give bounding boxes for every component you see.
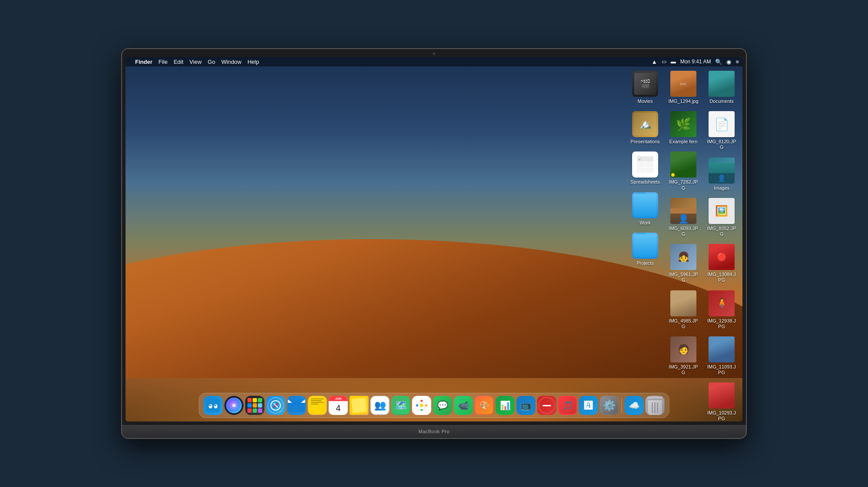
dock-photos[interactable] bbox=[412, 396, 431, 415]
dock-notes[interactable] bbox=[308, 396, 327, 415]
desktop-icon-img8120[interactable]: 👤 Images bbox=[704, 156, 739, 193]
search-icon[interactable]: 🔍 bbox=[715, 59, 722, 65]
dock-sketchbook[interactable]: 🎨 bbox=[475, 396, 494, 415]
menubar: Finder File Edit View Go Window Help ▲ ▭… bbox=[126, 57, 742, 66]
dock-icloud[interactable]: ☁️ bbox=[625, 396, 644, 415]
dock-safari[interactable] bbox=[266, 396, 285, 415]
dock-launchpad[interactable] bbox=[245, 396, 265, 415]
img6093-label: IMG_6093.JPG bbox=[668, 226, 699, 237]
svg-rect-0 bbox=[206, 398, 220, 412]
menubar-right: ▲ ▭ ▬ Mon 9:41 AM 🔍 ◉ ≡ bbox=[652, 59, 739, 65]
img3921-label: IMG_3921.JPG bbox=[668, 364, 699, 375]
desktop-icon-img9102[interactable]: Documents bbox=[704, 69, 739, 106]
img8352-label: IMG_13084.JPG bbox=[706, 272, 737, 283]
dock-facetime[interactable]: 📹 bbox=[454, 396, 473, 415]
movies-label: Movies bbox=[638, 99, 653, 104]
dock-mail[interactable] bbox=[287, 396, 306, 415]
desktop-icon-fern[interactable]: 🌿 Example fern bbox=[666, 109, 701, 146]
svg-point-4 bbox=[215, 405, 216, 406]
go-menu[interactable]: Go bbox=[208, 59, 215, 65]
finder-menu[interactable]: Finder bbox=[135, 59, 152, 65]
img5961-label: IMG_5961.JPG bbox=[668, 272, 699, 283]
desktop-icon-img8352[interactable]: 🔴 IMG_13084.JPG bbox=[704, 242, 739, 285]
user-icon[interactable]: ◉ bbox=[726, 59, 731, 65]
spreadsheets-label: Spreadsheets bbox=[630, 179, 660, 185]
desktop-icon-movies[interactable]: 🎬 Movies bbox=[628, 69, 663, 106]
icons-column-1: 🎬 Movies 🏔️ Presentations bbox=[628, 69, 663, 421]
images-label: IMG_8352.JPG bbox=[706, 226, 737, 237]
dock-calendar[interactable]: JUN 4 bbox=[329, 396, 348, 415]
desktop-icon-img3921[interactable]: 🧑 IMG_3921.JPG bbox=[666, 335, 701, 377]
documents-label: IMG_8120.JPG bbox=[706, 139, 737, 150]
screen-bezel: Finder File Edit View Go Window Help ▲ ▭… bbox=[122, 49, 746, 425]
macbook-label: MacBook Pro bbox=[418, 429, 450, 434]
img4985-label: IMG_4985.JPG bbox=[668, 318, 699, 329]
window-menu[interactable]: Window bbox=[221, 59, 241, 65]
dock-numbers[interactable]: 📊 bbox=[496, 396, 515, 415]
dock-stickies[interactable] bbox=[350, 396, 369, 415]
desktop-icon-img1294[interactable]: IMG IMG_1294.jpg bbox=[666, 69, 701, 106]
clock: Mon 9:41 AM bbox=[680, 59, 711, 65]
desktop-icon-spreadsheets[interactable]: 📊 Spreadsheets bbox=[628, 150, 663, 187]
icons-column-3: Documents 📄 IMG_8120.JPG bbox=[704, 69, 739, 421]
desktop-icon-images[interactable]: 🖼️ IMG_8352.JPG bbox=[704, 196, 739, 239]
dock-contacts[interactable]: 👥 bbox=[371, 396, 390, 415]
img13084-label: IMG_12938.JPG bbox=[706, 318, 737, 329]
img9102-label: Documents bbox=[709, 99, 734, 104]
img8120-label: Images bbox=[714, 185, 729, 191]
macbook-frame: Finder File Edit View Go Window Help ▲ ▭… bbox=[121, 48, 747, 439]
file-menu[interactable]: File bbox=[159, 59, 168, 65]
dock-finder[interactable] bbox=[204, 396, 223, 415]
desktop-icon-documents[interactable]: 📄 IMG_8120.JPG bbox=[704, 109, 739, 152]
camera bbox=[433, 53, 435, 55]
work-label: Work bbox=[639, 220, 650, 226]
dock-system-preferences[interactable]: ⚙️ bbox=[600, 396, 619, 415]
desktop-icon-projects[interactable]: Projects bbox=[628, 231, 663, 268]
wifi-icon: ▲ bbox=[652, 59, 657, 65]
help-menu[interactable]: Help bbox=[248, 59, 259, 65]
dock-appstore[interactable]: 🅰 bbox=[579, 396, 598, 415]
desktop-icon-img11093[interactable]: IMG_10293.JPG bbox=[704, 381, 739, 421]
img1294-label: IMG_1294.jpg bbox=[668, 99, 698, 104]
battery-icon: ▬ bbox=[671, 59, 676, 65]
desktop-icon-img4985[interactable]: IMG_4985.JPG bbox=[666, 289, 701, 331]
projects-label: Projects bbox=[636, 260, 654, 266]
desktop-icon-img7282[interactable]: IMG_7282.JPG bbox=[666, 150, 701, 192]
desktop-icon-img6093[interactable]: 👤 IMG_6093.JPG bbox=[666, 196, 701, 239]
edit-menu[interactable]: Edit bbox=[174, 59, 183, 65]
dock-donotdisturb[interactable] bbox=[537, 396, 557, 415]
desktop-icon-img12938[interactable]: IMG_11093.JPG bbox=[704, 335, 739, 377]
menubar-left: Finder File Edit View Go Window Help bbox=[129, 59, 259, 65]
svg-point-3 bbox=[209, 405, 211, 406]
fern-label: Example fern bbox=[669, 139, 698, 145]
dock-maps[interactable]: 🗺️ bbox=[391, 396, 411, 415]
dock-trash[interactable] bbox=[646, 396, 665, 415]
img12938-label: IMG_11093.JPG bbox=[706, 364, 737, 375]
icons-column-2: IMG IMG_1294.jpg 🌿 Example fern bbox=[666, 69, 701, 421]
desktop-icon-presentations[interactable]: 🏔️ Presentations bbox=[628, 109, 663, 146]
presentations-label: Presentations bbox=[630, 139, 659, 145]
desktop-icon-img5961[interactable]: 👧 IMG_5961.JPG bbox=[666, 242, 701, 285]
dock-music[interactable]: 🎵 bbox=[558, 396, 577, 415]
dock-siri[interactable] bbox=[225, 396, 244, 415]
dock: JUN 4 👥 bbox=[199, 393, 669, 418]
dock-keynote[interactable]: 📺 bbox=[517, 396, 536, 415]
desktop-icon-work[interactable]: Work bbox=[628, 191, 663, 227]
img11093-label: IMG_10293.JPG bbox=[706, 410, 737, 421]
desktop-icon-img13084[interactable]: 🧍 IMG_12938.JPG bbox=[704, 289, 739, 331]
desktop-icons-area: 🎬 Movies 🏔️ Presentations bbox=[628, 69, 739, 421]
img7282-label: IMG_7282.JPG bbox=[668, 179, 699, 191]
desktop: Finder File Edit View Go Window Help ▲ ▭… bbox=[126, 57, 742, 421]
macbook-bottom: MacBook Pro bbox=[122, 425, 746, 438]
menu-icon[interactable]: ≡ bbox=[735, 59, 739, 65]
dock-separator bbox=[622, 398, 622, 413]
view-menu[interactable]: View bbox=[189, 59, 202, 65]
dock-messages[interactable]: 💬 bbox=[433, 396, 452, 415]
display-icon: ▭ bbox=[662, 59, 666, 65]
